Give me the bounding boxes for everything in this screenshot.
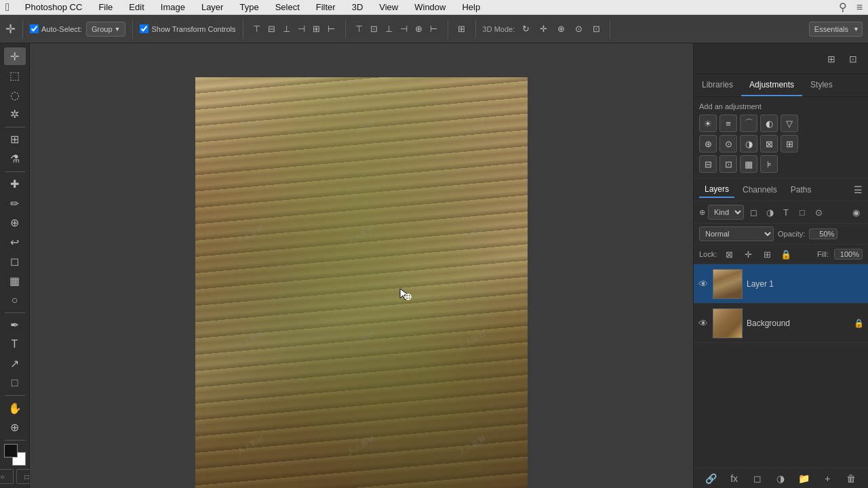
clone-tool[interactable]: ⊕: [4, 214, 26, 231]
add-mask-btn[interactable]: ◻: [750, 471, 765, 486]
transform-controls-toggle[interactable]: Show Transform Controls: [140, 24, 235, 33]
opacity-value[interactable]: 50%: [809, 228, 837, 239]
channel-mixer-icon[interactable]: ⊞: [781, 135, 798, 152]
dist-hcenter-icon[interactable]: ⊕: [412, 22, 426, 36]
pen-tool[interactable]: ✒: [4, 317, 26, 334]
menu-layer[interactable]: Layer: [198, 1, 227, 14]
transform-controls-checkbox[interactable]: [140, 24, 149, 33]
align-top-icon[interactable]: ⊤: [250, 22, 264, 36]
menu-3d[interactable]: 3D: [349, 1, 367, 14]
quick-mask-btn[interactable]: ○: [0, 469, 14, 484]
new-group-btn[interactable]: 📁: [797, 471, 812, 486]
dist-bottom-icon[interactable]: ⊥: [382, 22, 396, 36]
link-layers-btn[interactable]: 🔗: [703, 471, 718, 486]
eraser-tool[interactable]: ◻: [4, 252, 26, 270]
blend-mode-dropdown[interactable]: Normal: [699, 226, 774, 241]
lock-artboard-icon[interactable]: ⊞: [760, 247, 774, 261]
shape-tool[interactable]: □: [4, 374, 26, 392]
layer-filter-adj-icon[interactable]: ◑: [763, 205, 776, 219]
threshold-icon[interactable]: ⊧: [760, 155, 778, 173]
menu-edit[interactable]: Edit: [125, 1, 147, 14]
layer-filter-type-icon[interactable]: T: [779, 205, 793, 219]
auto-select-toggle[interactable]: Auto-Select:: [30, 24, 82, 33]
brightness-contrast-icon[interactable]: ☀: [699, 115, 717, 132]
align-left-icon[interactable]: ⊣: [295, 22, 309, 36]
3d-zoom-icon[interactable]: ⊕: [554, 22, 568, 36]
path-select-tool[interactable]: ↗: [4, 355, 26, 373]
hue-saturation-icon[interactable]: ⊛: [699, 135, 717, 152]
exposure-icon[interactable]: ◐: [760, 115, 778, 132]
color-balance-icon[interactable]: ⊙: [719, 135, 737, 152]
invert-icon[interactable]: ⊡: [719, 155, 737, 173]
libraries-icon[interactable]: ⊞: [822, 49, 841, 68]
tab-styles[interactable]: Styles: [802, 75, 841, 96]
search-icon[interactable]: ⚲: [839, 1, 847, 14]
zoom-tool[interactable]: ⊕: [4, 419, 26, 436]
posterize-icon[interactable]: ▦: [740, 155, 757, 173]
gradient-tool[interactable]: ▦: [4, 272, 26, 289]
menu-image[interactable]: Image: [157, 1, 189, 14]
hand-tool[interactable]: ✋: [4, 399, 26, 417]
spacing-icon[interactable]: ⊞: [455, 22, 469, 36]
align-hcenter-icon[interactable]: ⊞: [310, 22, 323, 36]
layers-panel-menu-icon[interactable]: ☰: [854, 184, 863, 195]
color-lookup-icon[interactable]: ⊟: [699, 155, 717, 173]
foreground-color-swatch[interactable]: [4, 444, 18, 458]
menu-select[interactable]: Select: [272, 1, 303, 14]
dist-vcenter-icon[interactable]: ⊡: [368, 22, 381, 36]
crop-tool[interactable]: ⊞: [4, 131, 26, 148]
lock-pixels-icon[interactable]: ⊠: [722, 247, 736, 261]
layer-fx-btn[interactable]: fx: [727, 471, 742, 486]
black-white-icon[interactable]: ◑: [740, 135, 757, 152]
dist-right-icon[interactable]: ⊢: [427, 22, 441, 36]
dist-top-icon[interactable]: ⊤: [353, 22, 366, 36]
fill-value[interactable]: 100%: [834, 249, 863, 260]
curves-icon[interactable]: ⌒: [740, 115, 757, 132]
background-visibility-icon[interactable]: 👁: [698, 318, 709, 329]
move-tool[interactable]: ✛: [4, 47, 26, 65]
brush-tool[interactable]: ✏: [4, 195, 26, 212]
eyedropper-tool[interactable]: ⚗: [4, 150, 26, 167]
tab-channels[interactable]: Channels: [737, 182, 783, 197]
3d-extra-icon[interactable]: ⊡: [589, 22, 603, 36]
menu-type[interactable]: Type: [236, 1, 262, 14]
tab-paths[interactable]: Paths: [785, 182, 817, 197]
tab-adjustments[interactable]: Adjustments: [741, 75, 802, 96]
layer-entry-background[interactable]: 👁 Background 🔒: [694, 304, 868, 343]
menu-file[interactable]: File: [95, 1, 116, 14]
workspace-dropdown[interactable]: Essentials ▼: [809, 22, 863, 37]
canvas-area[interactable]: 人人素材 人人素材 人人素材 人人素材 人人素材 人人素材 人人素材 人人素材 …: [30, 43, 693, 488]
apple-menu-icon[interactable]: : [5, 1, 9, 14]
layer-entry-layer1[interactable]: 👁 Layer 1: [694, 264, 868, 304]
history-brush-tool[interactable]: ↩: [4, 233, 26, 251]
photo-filter-icon[interactable]: ⊠: [760, 135, 778, 152]
menu-view[interactable]: View: [376, 1, 401, 14]
lock-all-icon[interactable]: 🔒: [779, 247, 793, 261]
align-bottom-icon[interactable]: ⊥: [280, 22, 294, 36]
menu-window[interactable]: Window: [411, 1, 449, 14]
magic-wand-tool[interactable]: ✲: [4, 105, 26, 123]
adjustments-icon[interactable]: ⊡: [844, 49, 863, 68]
tab-layers[interactable]: Layers: [699, 182, 734, 198]
layer1-visibility-icon[interactable]: 👁: [698, 279, 709, 289]
menu-help[interactable]: Help: [458, 1, 484, 14]
layer-filter-toggle-icon[interactable]: ◉: [849, 205, 863, 219]
align-right-icon[interactable]: ⊢: [325, 22, 338, 36]
lasso-tool[interactable]: ◌: [4, 86, 26, 104]
align-vcenter-icon[interactable]: ⊟: [265, 22, 279, 36]
group-dropdown[interactable]: Group ▼: [86, 22, 126, 37]
3d-pan-icon[interactable]: ✛: [536, 22, 550, 36]
foreground-background-swatches[interactable]: [4, 444, 26, 466]
layer-filter-smart-icon[interactable]: ⊙: [812, 205, 825, 219]
kind-dropdown[interactable]: Kind: [708, 205, 744, 220]
type-tool[interactable]: T: [4, 336, 26, 353]
auto-select-checkbox[interactable]: [30, 24, 39, 33]
new-adjustment-layer-btn[interactable]: ◑: [773, 471, 788, 486]
dodge-tool[interactable]: ○: [4, 291, 26, 308]
dist-left-icon[interactable]: ⊣: [397, 22, 411, 36]
menu-extra-icon[interactable]: ≡: [856, 1, 863, 14]
tab-libraries[interactable]: Libraries: [694, 75, 741, 96]
menu-filter[interactable]: Filter: [313, 1, 339, 14]
heal-tool[interactable]: ✚: [4, 175, 26, 192]
levels-icon[interactable]: ≡: [719, 115, 737, 132]
